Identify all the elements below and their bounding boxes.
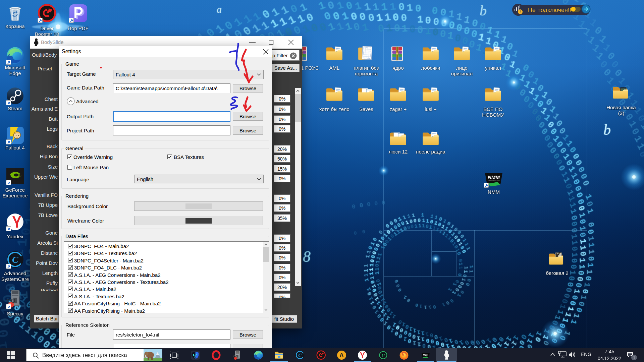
svg-text:C: C — [298, 353, 302, 358]
svg-text:U: U — [382, 353, 385, 358]
svg-text:A: A — [339, 352, 344, 359]
svg-text:NMM: NMM — [423, 354, 428, 356]
